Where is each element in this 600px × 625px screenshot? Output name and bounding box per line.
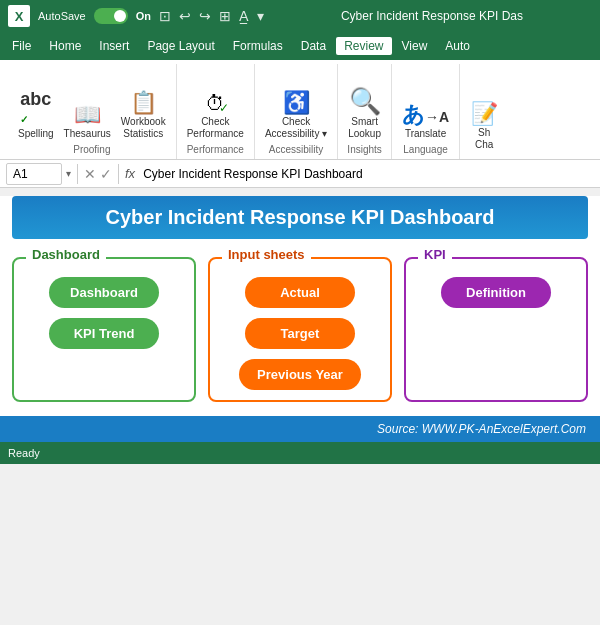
definition-btn[interactable]: Definition (441, 277, 551, 308)
autosave-toggle[interactable] (94, 8, 128, 24)
title-bar: X AutoSave On ⊡ ↩ ↪ ⊞ A̲ ▾ Cyber Inciden… (0, 0, 600, 32)
ribbon-changes-items: 📝 ShCha (466, 64, 502, 153)
autosave-state: On (136, 10, 151, 22)
check-accessibility-icon: ♿ (283, 92, 310, 114)
translate-label: Translate (405, 128, 446, 140)
dashboard-section: Dashboard Dashboard KPI Trend (12, 257, 196, 402)
source-bar: Source: WWW.PK-AnExcelExpert.Com (0, 416, 600, 442)
ribbon-group-insights: 🔍 SmartLookup Insights (338, 64, 392, 159)
formula-bar: A1 ▾ ✕ ✓ fx Cyber Incident Response KPI … (0, 160, 600, 188)
kpi-trend-btn[interactable]: KPI Trend (49, 318, 159, 349)
show-changes-button[interactable]: 📝 ShCha (466, 101, 502, 153)
fx-label: fx (125, 166, 135, 181)
menu-bar: File Home Insert Page Layout Formulas Da… (0, 32, 600, 60)
language-group-label: Language (403, 142, 448, 157)
menu-view[interactable]: View (394, 37, 436, 55)
ribbon-group-accessibility: ♿ CheckAccessibility ▾ Accessibility (255, 64, 338, 159)
performance-group-label: Performance (187, 142, 244, 157)
workbook-stats-label: Workbook Statistics (121, 116, 166, 140)
spelling-label: Spelling (18, 128, 54, 140)
kpi-buttons: Definition (418, 277, 574, 308)
ribbon-proofing-items: abc✓ Spelling 📖 Thesaurus 📋 Workbook Sta… (14, 64, 170, 142)
formula-separator2 (118, 164, 119, 184)
input-sheets-section: Input sheets Actual Target Previous Year (208, 257, 392, 402)
font-color-icon[interactable]: A̲ (239, 8, 249, 24)
insights-group-label: Insights (347, 142, 381, 157)
status-ready: Ready (8, 447, 40, 459)
check-performance-icon: ⏱✓ (205, 92, 225, 114)
more-icon[interactable]: ▾ (257, 8, 264, 24)
smart-lookup-icon: 🔍 (349, 88, 381, 114)
menu-insert[interactable]: Insert (91, 37, 137, 55)
kpi-section-title: KPI (418, 247, 452, 262)
redo-icon[interactable]: ↪ (199, 8, 211, 24)
previous-year-btn[interactable]: Previous Year (239, 359, 361, 390)
cell-reference-box[interactable]: A1 (6, 163, 62, 185)
ribbon-accessibility-items: ♿ CheckAccessibility ▾ (261, 64, 331, 142)
toggle-knob (114, 10, 126, 22)
confirm-formula-icon[interactable]: ✓ (100, 166, 112, 182)
dashboard-btn[interactable]: Dashboard (49, 277, 159, 308)
spelling-button[interactable]: abc✓ Spelling (14, 88, 58, 142)
translate-button[interactable]: あ→A Translate (398, 102, 453, 142)
cell-ref-dropdown[interactable]: ▾ (66, 168, 71, 179)
dashboard-buttons: Dashboard KPI Trend (26, 277, 182, 349)
spelling-icon: abc✓ (20, 90, 51, 126)
cancel-formula-icon[interactable]: ✕ (84, 166, 96, 182)
grid-icon[interactable]: ⊞ (219, 8, 231, 24)
menu-home[interactable]: Home (41, 37, 89, 55)
workbook-stats-button[interactable]: 📋 Workbook Statistics (117, 90, 170, 142)
check-performance-button[interactable]: ⏱✓ CheckPerformance (183, 90, 248, 142)
actual-btn[interactable]: Actual (245, 277, 355, 308)
kpi-section: KPI Definition (404, 257, 588, 402)
workbook-stats-icon: 📋 (130, 92, 157, 114)
window-title: Cyber Incident Response KPI Das (272, 9, 592, 23)
spreadsheet-area: Cyber Incident Response KPI Dashboard Da… (0, 196, 600, 442)
show-changes-icon: 📝 (471, 103, 498, 125)
smart-lookup-button[interactable]: 🔍 SmartLookup (344, 86, 385, 142)
ribbon-group-language: あ→A Translate Language (392, 64, 460, 159)
ribbon-group-proofing: abc✓ Spelling 📖 Thesaurus 📋 Workbook Sta… (8, 64, 177, 159)
ribbon-group-performance: ⏱✓ CheckPerformance Performance (177, 64, 255, 159)
translate-icon: あ→A (402, 104, 449, 126)
undo-icon[interactable]: ↩ (179, 8, 191, 24)
ribbon-group-changes: 📝 ShCha (460, 64, 508, 159)
input-sheets-buttons: Actual Target Previous Year (222, 277, 378, 390)
menu-review[interactable]: Review (336, 37, 391, 55)
save-icon[interactable]: ⊡ (159, 8, 171, 24)
menu-formulas[interactable]: Formulas (225, 37, 291, 55)
cell-ref-value: A1 (13, 167, 28, 181)
check-accessibility-label: CheckAccessibility ▾ (265, 116, 327, 140)
menu-page-layout[interactable]: Page Layout (139, 37, 222, 55)
input-sheets-section-title: Input sheets (222, 247, 311, 262)
dashboard-title: Cyber Incident Response KPI Dashboard (12, 196, 588, 239)
proofing-group-label: Proofing (73, 142, 110, 157)
target-btn[interactable]: Target (245, 318, 355, 349)
formula-separator (77, 164, 78, 184)
menu-file[interactable]: File (4, 37, 39, 55)
accessibility-group-label: Accessibility (269, 142, 323, 157)
dashboard-content: Dashboard Dashboard KPI Trend Input shee… (0, 247, 600, 412)
ribbon: abc✓ Spelling 📖 Thesaurus 📋 Workbook Sta… (0, 60, 600, 160)
thesaurus-button[interactable]: 📖 Thesaurus (60, 102, 115, 142)
show-changes-label: ShCha (475, 127, 493, 151)
menu-data[interactable]: Data (293, 37, 334, 55)
check-accessibility-button[interactable]: ♿ CheckAccessibility ▾ (261, 90, 331, 142)
dashboard-section-title: Dashboard (26, 247, 106, 262)
thesaurus-label: Thesaurus (64, 128, 111, 140)
status-bar: Ready (0, 442, 600, 464)
check-performance-label: CheckPerformance (187, 116, 244, 140)
autosave-label: AutoSave (38, 10, 86, 22)
thesaurus-icon: 📖 (74, 104, 101, 126)
smart-lookup-label: SmartLookup (348, 116, 381, 140)
excel-logo: X (8, 5, 30, 27)
ribbon-performance-items: ⏱✓ CheckPerformance (183, 64, 248, 142)
ribbon-language-items: あ→A Translate (398, 64, 453, 142)
menu-auto[interactable]: Auto (437, 37, 478, 55)
ribbon-insights-items: 🔍 SmartLookup (344, 64, 385, 142)
formula-content: Cyber Incident Response KPI Dashboard (139, 167, 594, 181)
